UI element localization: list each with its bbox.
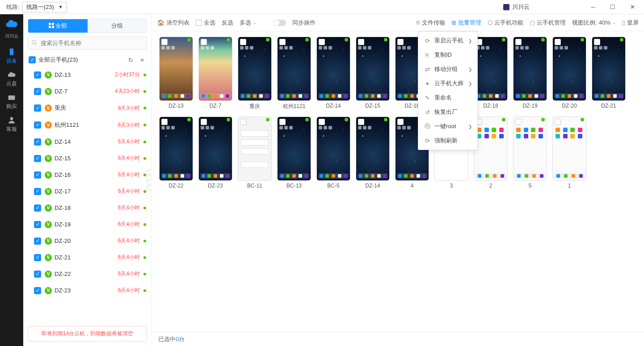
device-screen[interactable] [592,37,626,101]
device-card[interactable]: BC-5 [316,117,350,189]
device-checkbox[interactable]: ✓ [34,155,41,162]
device-card[interactable]: DZ-7 [198,37,232,110]
refresh-icon[interactable]: ↻ [126,57,135,63]
device-row[interactable]: ✓VDZ-132小时37分 [23,67,152,83]
collapse-left-button[interactable]: ‹ [147,180,152,191]
nav-item[interactable]: 购买 [6,89,17,112]
device-card[interactable]: DZ-14 [356,117,390,189]
device-select-checkbox[interactable] [201,119,207,125]
collapse-right-button[interactable]: › [147,170,152,181]
device-select-checkbox[interactable] [358,119,364,125]
dropdown-item[interactable]: ⟳强制刷新 [418,133,477,148]
device-row[interactable]: ✓VDZ-156天4小时 [23,150,152,167]
view-ratio-control[interactable]: 视图比例: 40% ⌄ [572,19,616,27]
select-all-button[interactable]: 全选 [196,19,215,27]
device-select-checkbox[interactable] [397,39,404,45]
device-screen[interactable] [238,117,272,181]
batch-manage-dropdown[interactable]: ⟳重启云手机❯⎘复制ID⇄移动分组❯✦云手机大师❯✎重命名↺恢复出厂Ⓡ一键roo… [418,31,478,150]
device-screen[interactable] [474,117,508,181]
route-select[interactable]: 线路一(23) ▼ [22,2,67,13]
device-select-checkbox[interactable] [279,39,286,45]
dropdown-item[interactable]: ⇄移动分组❯ [418,62,477,76]
batch-manage-button[interactable]: ⊞批量管理 [451,19,481,27]
tab-all[interactable]: 全部 [28,19,88,33]
device-checkbox[interactable]: ✓ [34,138,41,146]
device-screen[interactable] [552,37,586,101]
device-row[interactable]: ✓VDZ-196天4小时 [23,216,152,233]
orientation-button[interactable]: ▯竖屏 [622,19,639,27]
device-card[interactable]: DZ-23 [198,117,232,189]
device-card[interactable]: BC-13 [277,117,311,189]
device-card[interactable]: 2 [474,117,508,189]
device-card[interactable]: DZ-14 [316,37,350,110]
device-row[interactable]: ✓V杭州11216天3小时 [23,117,152,133]
dropdown-item[interactable]: ⎘复制ID [418,48,477,62]
device-select-checkbox[interactable] [397,119,404,125]
phone-func-button[interactable]: ⬡云手机功能 [488,19,523,27]
device-screen[interactable] [159,37,193,101]
invert-select-button[interactable]: 反选 [222,19,233,27]
device-checkbox[interactable]: ✓ [34,238,41,245]
device-screen[interactable] [356,117,390,181]
close-button[interactable]: ✕ [623,0,642,14]
nav-item[interactable]: 云盘 [6,67,17,89]
dropdown-item[interactable]: ⟳重启云手机❯ [418,33,477,48]
device-card[interactable]: DZ-13 [159,37,193,110]
device-select-checkbox[interactable] [594,39,600,45]
search-input[interactable] [28,37,147,50]
device-checkbox[interactable]: ✓ [34,271,41,278]
device-checkbox[interactable]: ✓ [34,221,41,228]
maximize-button[interactable]: ☐ [603,0,623,14]
device-card[interactable]: DZ-21 [592,37,626,110]
device-row[interactable]: ✓VDZ-186天4小时 [23,200,152,216]
sort-icon[interactable]: ≡ [138,57,146,63]
device-row[interactable]: ✓VDZ-176天4小时 [23,183,152,200]
device-screen[interactable] [356,37,390,101]
device-row[interactable]: ✓VDZ-236天4小时 [23,282,152,299]
device-screen[interactable] [277,37,311,101]
dropdown-item[interactable]: ↺恢复出厂 [418,105,477,119]
device-select-checkbox[interactable] [240,39,246,45]
device-screen[interactable] [513,37,547,101]
group-checkbox[interactable]: ✓ [29,56,36,63]
device-card[interactable]: 1 [552,117,586,189]
nav-item[interactable]: 设备 [6,44,17,67]
device-checkbox[interactable]: ✓ [34,171,41,179]
device-card[interactable]: DZ-22 [159,117,193,189]
tab-group[interactable]: 分组 [88,19,147,33]
device-select-checkbox[interactable] [201,39,207,45]
device-select-checkbox[interactable] [319,39,325,45]
device-list[interactable]: ✓VDZ-132小时37分✓VDZ-74天23小时✓V重庆6天3小时✓V杭州11… [23,67,152,323]
device-select-checkbox[interactable] [279,119,286,125]
dropdown-item[interactable]: ✦云手机大师❯ [418,76,477,91]
device-screen[interactable] [316,117,350,181]
device-row[interactable]: ✓V重庆6天3小时 [23,100,152,117]
device-card[interactable]: 杭州1121 [277,37,311,110]
device-screen[interactable] [277,117,311,181]
device-select-checkbox[interactable] [555,39,561,45]
dropdown-item[interactable]: Ⓡ一键root❯ [418,119,477,133]
device-select-checkbox[interactable] [515,39,522,45]
device-card[interactable]: BC-11 [238,117,272,189]
device-screen[interactable] [552,117,586,181]
file-transfer-button[interactable]: ⎘文件传输 [417,19,445,27]
nav-item[interactable]: 客服 [6,112,17,135]
device-checkbox[interactable]: ✓ [34,88,41,95]
device-checkbox[interactable]: ✓ [34,254,41,261]
device-checkbox[interactable]: ✓ [34,204,41,212]
device-row[interactable]: ✓VDZ-74天23小时 [23,83,152,100]
sync-toggle[interactable] [274,20,286,26]
device-checkbox[interactable]: ✓ [34,121,41,129]
device-screen[interactable] [198,37,232,101]
device-checkbox[interactable]: ✓ [34,188,41,195]
device-card[interactable]: DZ-19 [513,37,547,110]
phone-manage-button[interactable]: ▢云手机管理 [530,19,566,27]
device-select-checkbox[interactable] [515,119,522,125]
device-select-checkbox[interactable] [161,119,168,125]
device-card[interactable]: DZ-18 [474,37,508,110]
device-screen[interactable] [513,117,547,181]
device-card[interactable]: DZ-15 [356,37,390,110]
device-row[interactable]: ✓VDZ-206天4小时 [23,233,152,249]
dropdown-item[interactable]: ✎重命名 [418,91,477,105]
device-screen[interactable] [238,37,272,101]
